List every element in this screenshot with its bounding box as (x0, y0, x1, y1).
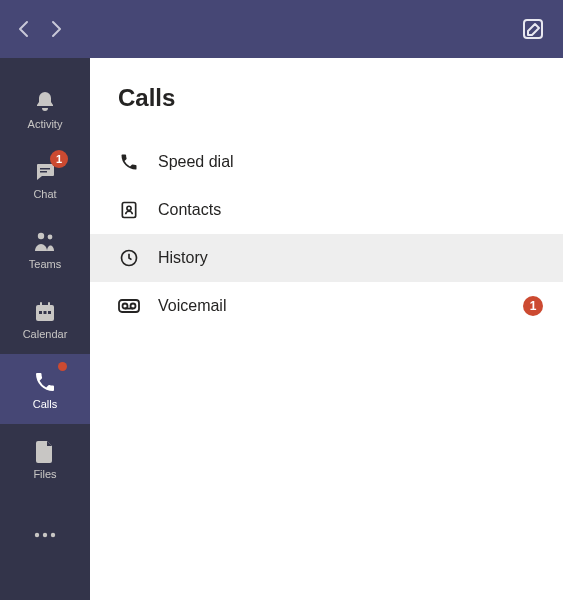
menu-item-label: History (158, 249, 543, 267)
window-nav (18, 20, 62, 38)
page-title: Calls (90, 58, 563, 138)
svg-point-16 (127, 206, 131, 210)
rail-item-label: Calendar (23, 328, 68, 340)
rail-item-calendar[interactable]: Calendar (0, 284, 90, 354)
menu-item-contacts[interactable]: Contacts (90, 186, 563, 234)
svg-rect-11 (48, 302, 50, 307)
voicemail-icon (118, 295, 140, 317)
rail-item-label: Files (33, 468, 56, 480)
rail-item-label: Calls (33, 398, 57, 410)
calendar-icon (32, 299, 58, 325)
menu-item-label: Contacts (158, 201, 543, 219)
badge: 1 (523, 296, 543, 316)
svg-point-3 (38, 232, 44, 238)
svg-point-14 (51, 533, 55, 537)
rail-item-teams[interactable]: Teams (0, 214, 90, 284)
svg-rect-9 (48, 311, 51, 314)
badge: 1 (50, 150, 68, 168)
svg-rect-10 (40, 302, 42, 307)
history-icon (118, 247, 140, 269)
rail-item-label: Chat (33, 188, 56, 200)
calls-panel: Calls Speed dial Contacts (90, 58, 563, 600)
svg-point-13 (43, 533, 47, 537)
forward-icon[interactable] (51, 20, 62, 38)
app-rail: Activity Chat 1 Teams Calendar (0, 58, 90, 600)
menu-item-label: Voicemail (158, 297, 505, 315)
compose-icon[interactable] (521, 17, 545, 41)
rail-item-label: Teams (29, 258, 61, 270)
titlebar (0, 0, 563, 58)
back-icon[interactable] (18, 20, 29, 38)
bell-icon (32, 89, 58, 115)
file-icon (32, 439, 58, 465)
svg-rect-8 (44, 311, 47, 314)
svg-point-12 (35, 533, 39, 537)
menu-item-speeddial[interactable]: Speed dial (90, 138, 563, 186)
more-icon (32, 522, 58, 548)
svg-rect-2 (40, 171, 47, 173)
svg-rect-1 (40, 168, 50, 170)
rail-item-activity[interactable]: Activity (0, 74, 90, 144)
menu-item-voicemail[interactable]: Voicemail 1 (90, 282, 563, 330)
notification-dot (58, 362, 67, 371)
rail-item-chat[interactable]: Chat 1 (0, 144, 90, 214)
svg-rect-7 (39, 311, 42, 314)
rail-item-calls[interactable]: Calls (0, 354, 90, 424)
rail-item-files[interactable]: Files (0, 424, 90, 494)
phone-icon (32, 369, 58, 395)
menu-item-history[interactable]: History (90, 234, 563, 282)
calls-menu: Speed dial Contacts History (90, 138, 563, 330)
phone-icon (118, 151, 140, 173)
menu-item-label: Speed dial (158, 153, 543, 171)
rail-item-label: Activity (28, 118, 63, 130)
teams-icon (32, 229, 58, 255)
rail-item-more[interactable] (0, 500, 90, 570)
contacts-icon (118, 199, 140, 221)
svg-point-4 (48, 234, 53, 239)
